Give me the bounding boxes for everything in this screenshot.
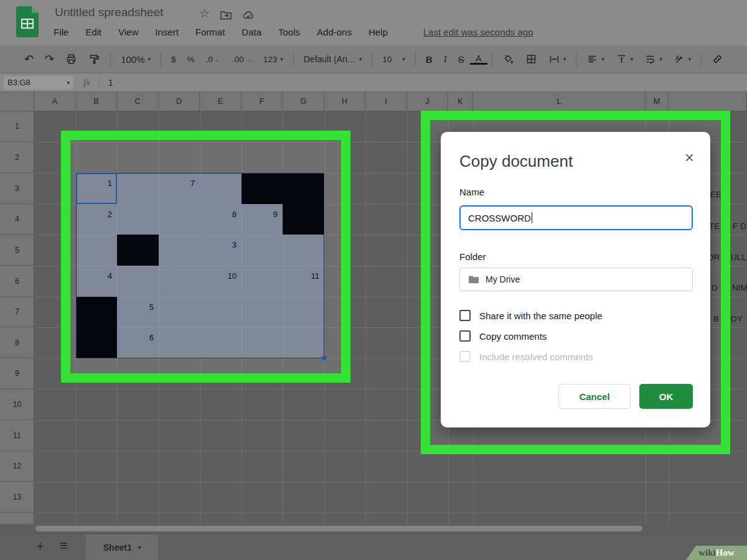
- wikihow-watermark: wikiHow: [686, 546, 747, 560]
- row-header[interactable]: 7: [0, 297, 34, 327]
- column-header[interactable]: C: [117, 92, 159, 111]
- column-header[interactable]: I: [365, 92, 407, 111]
- toolbar-divider: [372, 52, 372, 67]
- paint-format-icon[interactable]: [83, 54, 106, 65]
- row-header[interactable]: 2: [0, 142, 34, 173]
- redo-icon[interactable]: ↷: [39, 52, 60, 66]
- cloud-status-icon[interactable]: [242, 9, 255, 20]
- select-all-corner[interactable]: [0, 92, 34, 111]
- font-size-select[interactable]: 10▾: [377, 55, 411, 64]
- sheets-logo-icon[interactable]: [16, 6, 39, 37]
- toolbar-divider: [415, 52, 416, 67]
- format-currency-button[interactable]: $: [166, 55, 182, 64]
- clue-text-fragment: NIM: [732, 283, 747, 292]
- italic-button[interactable]: I: [438, 54, 453, 65]
- row-header[interactable]: 13: [0, 482, 34, 513]
- row-header[interactable]: 11: [0, 420, 34, 451]
- insert-link-icon[interactable]: [706, 54, 729, 65]
- add-sheet-button[interactable]: +: [36, 539, 44, 553]
- row-header[interactable]: [0, 513, 34, 525]
- move-to-folder-icon[interactable]: [220, 9, 232, 20]
- column-header[interactable]: [669, 92, 747, 111]
- star-icon[interactable]: ☆: [199, 7, 210, 20]
- fx-icon: fx: [83, 77, 90, 88]
- zoom-select[interactable]: 100%▾: [115, 54, 156, 65]
- row-header[interactable]: 4: [0, 204, 34, 235]
- formula-divider: [99, 77, 100, 88]
- document-title[interactable]: Untitled spreadsheet: [55, 6, 163, 19]
- menu-format[interactable]: Format: [195, 27, 225, 37]
- decrease-decimals-button[interactable]: .0←: [200, 55, 227, 64]
- formula-input[interactable]: 1: [108, 78, 113, 88]
- menu-tools[interactable]: Tools: [278, 27, 300, 37]
- horizontal-align-button[interactable]: ▾: [581, 54, 610, 65]
- row-header[interactable]: 8: [0, 327, 34, 358]
- text-color-button[interactable]: A: [470, 54, 487, 65]
- column-header[interactable]: D: [159, 92, 200, 111]
- column-header[interactable]: A: [34, 92, 76, 111]
- sheet-tab-bar: + ≡ Sheet1 ▾ wikiHow: [0, 534, 747, 560]
- toolbar-divider: [576, 52, 576, 67]
- format-percent-button[interactable]: %: [182, 55, 200, 64]
- column-header[interactable]: L: [473, 92, 646, 111]
- toolbar-divider: [492, 52, 492, 67]
- all-sheets-icon[interactable]: ≡: [60, 538, 68, 554]
- text-wrap-button[interactable]: ▾: [639, 54, 668, 65]
- increase-decimals-button[interactable]: .00→: [227, 55, 258, 64]
- annotation-box-crossword: [61, 131, 350, 383]
- toolbar-divider: [701, 52, 702, 67]
- more-formats-button[interactable]: 123▾: [258, 55, 289, 64]
- titlebar: Untitled spreadsheet ☆ File Edit View In…: [0, 0, 747, 45]
- merge-cells-button[interactable]: ▾: [543, 54, 572, 65]
- font-select[interactable]: Default (Ari…▾: [298, 54, 368, 64]
- horizontal-scrollbar[interactable]: [35, 526, 642, 531]
- formula-bar: B3:G8▾ fx 1: [0, 73, 747, 92]
- column-header[interactable]: G: [283, 92, 324, 111]
- menu-insert[interactable]: Insert: [155, 27, 179, 37]
- grid-hline: [34, 482, 747, 482]
- row-header[interactable]: 6: [0, 266, 34, 297]
- column-header[interactable]: J: [407, 92, 448, 111]
- clue-text-fragment: ULL: [731, 253, 746, 262]
- column-header[interactable]: E: [200, 92, 242, 111]
- bold-button[interactable]: B: [420, 54, 438, 65]
- menu-data[interactable]: Data: [242, 27, 261, 37]
- undo-icon[interactable]: ↶: [19, 52, 39, 66]
- clue-text-fragment: DY: [731, 314, 743, 324]
- sheet-tab-menu-icon[interactable]: ▾: [138, 544, 141, 551]
- strikethrough-button[interactable]: S: [453, 54, 470, 65]
- column-header[interactable]: M: [646, 92, 669, 111]
- menu-addons[interactable]: Add-ons: [317, 27, 352, 37]
- last-edit-link[interactable]: Last edit was seconds ago: [423, 27, 533, 37]
- row-header[interactable]: 10: [0, 389, 34, 420]
- borders-button[interactable]: [520, 54, 543, 65]
- column-header[interactable]: H: [324, 92, 365, 111]
- sheet-tab-label: Sheet1: [103, 543, 132, 553]
- column-header[interactable]: F: [242, 92, 283, 111]
- column-header[interactable]: B: [76, 92, 117, 111]
- fill-color-button[interactable]: [497, 54, 520, 65]
- annotation-box-dialog: [421, 111, 730, 454]
- row-header[interactable]: 5: [0, 235, 34, 266]
- clue-text-fragment: F D: [733, 222, 746, 231]
- menu-view[interactable]: View: [118, 27, 138, 37]
- menu-file[interactable]: File: [54, 27, 68, 37]
- menu-help[interactable]: Help: [369, 27, 388, 37]
- row-header[interactable]: 9: [0, 358, 34, 389]
- row-header[interactable]: 3: [0, 173, 34, 204]
- text-rotation-button[interactable]: A ▾: [668, 54, 697, 65]
- menubar: File Edit View Insert Format Data Tools …: [54, 27, 533, 37]
- vertical-align-button[interactable]: ▾: [610, 54, 639, 65]
- row-header[interactable]: 12: [0, 451, 34, 482]
- toolbar-divider: [161, 52, 161, 67]
- column-header[interactable]: K: [448, 92, 473, 111]
- name-box[interactable]: B3:G8▾: [4, 76, 73, 90]
- svg-text:A: A: [675, 55, 680, 62]
- menu-edit[interactable]: Edit: [85, 27, 101, 37]
- sheet-tab[interactable]: Sheet1 ▾: [86, 534, 158, 560]
- column-headers: ABCDEFGHIJKLM: [0, 92, 747, 111]
- row-header[interactable]: 1: [0, 111, 34, 142]
- print-icon[interactable]: [60, 54, 83, 65]
- row-headers: 12345678910111213: [0, 111, 34, 525]
- toolbar: ↶ ↷ 100%▾ $ % .0← .00→ 123▾ Default (Ari…: [0, 45, 747, 73]
